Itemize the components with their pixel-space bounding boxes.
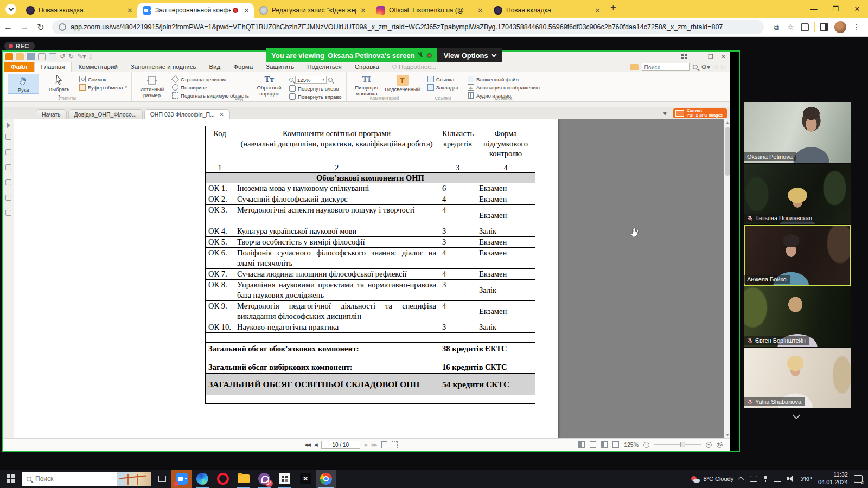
sidebar-icon[interactable] xyxy=(820,23,828,31)
search-icon[interactable] xyxy=(693,65,698,69)
highlight-button[interactable]: T Подсвеченный xyxy=(387,74,418,93)
layout-mode-icon[interactable] xyxy=(590,441,596,448)
stamp-tool-icon[interactable]: ✎▾ xyxy=(77,53,86,60)
notification-center-icon[interactable] xyxy=(854,475,863,483)
close-tab-icon[interactable]: ✕ xyxy=(127,7,133,15)
pdf-close-icon[interactable]: ✕ xyxy=(721,53,726,60)
save-page-icon[interactable]: ⧉ xyxy=(769,23,783,32)
browser-tab-zoom-active[interactable]: Зал персональной конфер ✕ xyxy=(137,3,254,18)
folder-search-icon[interactable] xyxy=(630,64,639,70)
view-options-button[interactable]: View Options xyxy=(437,48,502,62)
single-page-mode-icon[interactable] xyxy=(381,441,387,448)
back-icon[interactable]: ← xyxy=(0,22,16,32)
app-logo-icon[interactable] xyxy=(5,53,13,60)
pages-panel-icon[interactable] xyxy=(5,149,11,155)
ribbon-tab-home[interactable]: Главная xyxy=(34,62,72,72)
taskbar-explorer[interactable] xyxy=(233,470,254,488)
network-icon[interactable] xyxy=(774,476,781,482)
browser-tab-1[interactable]: Новая вкладка ✕ xyxy=(21,3,137,18)
ribbon-tab-fill-sign[interactable]: Заполнение и подпись xyxy=(124,62,203,72)
ribbon-tab-form[interactable]: Форма xyxy=(227,62,259,72)
close-tab-icon[interactable]: ✕ xyxy=(244,7,250,15)
bookmark-button[interactable]: Закладка xyxy=(427,84,458,91)
scroll-down-icon[interactable]: ▼ xyxy=(725,433,730,437)
save-icon[interactable] xyxy=(27,53,35,60)
rotate-left-button[interactable]: Повернуть влево xyxy=(289,85,342,92)
attachments-panel-icon[interactable] xyxy=(5,179,11,185)
close-icon[interactable]: ✕ xyxy=(846,5,868,13)
profile-avatar[interactable] xyxy=(834,21,846,33)
participant-video-active-speaker[interactable]: Анжела Бойко xyxy=(744,225,851,286)
fit-width-button[interactable]: По ширине xyxy=(172,84,249,91)
next-page-icon[interactable]: ▶ xyxy=(365,442,367,447)
clipboard-button[interactable]: Буфер обмена ▾ xyxy=(79,84,127,91)
prev-page-icon[interactable]: ◀ xyxy=(314,442,317,447)
participant-video[interactable]: Yuliia Shabanova xyxy=(744,348,851,408)
first-page-icon[interactable]: ◀◀ xyxy=(304,442,310,447)
clipboard-tray-icon[interactable] xyxy=(750,476,757,482)
close-doc-icon[interactable]: ✕ xyxy=(219,111,224,118)
expand-panel-icon[interactable] xyxy=(7,123,10,128)
continuous-mode-icon[interactable] xyxy=(392,441,398,448)
pdf-search-input[interactable] xyxy=(642,63,690,71)
undo-icon[interactable]: ↺ xyxy=(60,53,65,60)
reset-zoom-icon[interactable]: ↻ xyxy=(717,442,723,448)
ribbon-tab-view[interactable]: Вид xyxy=(202,62,227,72)
document-viewport[interactable]: Код Компоненти освітньої програми(навчал… xyxy=(14,119,724,438)
minimize-icon[interactable]: — xyxy=(803,5,825,13)
pdf-minimize-icon[interactable]: — xyxy=(694,53,700,60)
convert-pdf-button[interactable]: ConvertPDF 2 JPG Images xyxy=(673,108,727,118)
print-icon[interactable] xyxy=(38,53,46,60)
fit-page-button[interactable]: Страница целиком xyxy=(172,76,249,82)
taskbar-search-input[interactable] xyxy=(35,475,100,483)
zoom-out-icon[interactable] xyxy=(289,78,293,82)
snapshot-button[interactable]: Снимок xyxy=(79,76,127,82)
select-tool-button[interactable]: Выбрать ▾ xyxy=(43,74,75,98)
speaker-icon[interactable] xyxy=(787,476,795,482)
forward-icon[interactable]: → xyxy=(16,22,33,32)
tab-list-dropdown-icon[interactable]: ▼ xyxy=(662,111,668,117)
zoom-slider[interactable] xyxy=(654,444,701,445)
weather-widget[interactable]: 8°C Cloudy xyxy=(691,475,733,483)
comments-panel-icon[interactable] xyxy=(5,164,11,170)
prev-view-icon[interactable]: ◁ xyxy=(713,63,718,70)
tray-expand-icon[interactable] xyxy=(738,477,744,483)
taskbar-opera[interactable] xyxy=(213,470,233,488)
ribbon-tab-share[interactable]: Поделиться xyxy=(301,62,348,72)
next-view-icon[interactable]: ▷ xyxy=(722,63,726,70)
gear-icon[interactable]: ⚙▾ xyxy=(701,64,710,70)
taskbar-search[interactable] xyxy=(22,472,151,486)
participant-video[interactable]: Oksana Petinova xyxy=(744,102,851,163)
zoom-slider-knob[interactable] xyxy=(680,442,685,447)
ribbon-tab-comment[interactable]: Комментарий xyxy=(72,62,124,72)
doc-tab-dovidka[interactable]: Довідка_ОНП_Філосо... xyxy=(68,109,143,119)
taskbar-store-app[interactable] xyxy=(275,470,295,488)
ribbon-tab-file[interactable]: Файл xyxy=(4,62,34,72)
zoom-in-icon[interactable] xyxy=(328,78,333,82)
scrollbar-thumb[interactable] xyxy=(725,127,730,176)
extensions-icon[interactable] xyxy=(801,23,809,31)
close-tab-icon[interactable]: ✕ xyxy=(477,7,483,15)
language-indicator[interactable]: УКР xyxy=(801,476,812,482)
typewriter-button[interactable]: TI Пишущая машинка xyxy=(351,74,382,97)
scroll-up-icon[interactable]: ▲ xyxy=(725,120,730,124)
page-number-input[interactable]: 10 / 10 xyxy=(321,441,360,449)
email-icon[interactable] xyxy=(49,53,56,60)
layout-mode-icon[interactable] xyxy=(612,441,619,448)
security-panel-icon[interactable] xyxy=(5,195,11,201)
vertical-scrollbar[interactable]: ▲ ▼ xyxy=(724,119,730,438)
attach-file-button[interactable]: Вложенный файл xyxy=(468,76,540,82)
ribbon-tab-help[interactable]: Справка xyxy=(348,62,386,72)
menu-dots-icon[interactable]: ⋮ xyxy=(850,23,864,31)
doc-tab-onp-active[interactable]: ОНП 033 Філософія_П...✕ xyxy=(144,109,230,119)
start-button[interactable] xyxy=(0,470,22,488)
participant-video[interactable]: Євген Борінштейн xyxy=(744,286,851,347)
new-tab-button[interactable]: + xyxy=(610,2,616,14)
open-file-icon[interactable] xyxy=(16,53,24,60)
signature-panel-icon[interactable] xyxy=(5,210,11,216)
close-tab-icon[interactable]: ✕ xyxy=(595,7,601,15)
redo-icon[interactable]: ↻ xyxy=(68,53,74,60)
clock[interactable]: 11:32 04.01.2024 xyxy=(818,471,848,486)
browser-tab-4[interactable]: Official_Fisomenku ua (@ ✕ xyxy=(371,3,488,18)
customize-toolbar-icon[interactable]: ᎒ xyxy=(89,53,92,60)
